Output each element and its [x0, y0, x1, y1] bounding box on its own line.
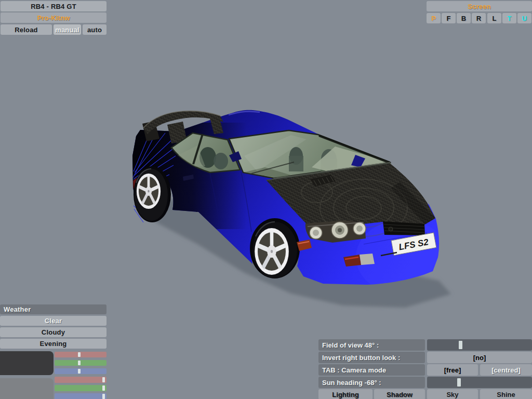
weather-option-evening[interactable]: Evening [0, 339, 107, 349]
shadow-button[interactable]: Shadow [374, 389, 425, 399]
screen-key-r[interactable]: R [472, 13, 486, 23]
skin-auto-button[interactable]: auto [83, 24, 107, 35]
invert-look-label: Invert right button look : [318, 352, 425, 363]
screen-key-b[interactable]: B [457, 13, 471, 23]
screen-key-f[interactable]: F [442, 13, 456, 23]
mixer2-red-handle[interactable] [102, 377, 105, 382]
field-of-view-slider[interactable] [427, 339, 532, 351]
sky-button[interactable]: Sky [427, 389, 478, 399]
lfs-garage-screen: LFS S2 RB4 - RB4 GT Pro-Kitnw Reload man… [0, 0, 532, 399]
lighting-button[interactable]: Lighting [318, 389, 373, 399]
camera-mode-label: TAB : Camera mode [318, 364, 425, 376]
mixer1-green-slider[interactable] [55, 360, 107, 366]
screen-key-u[interactable]: U [517, 13, 531, 23]
reload-button[interactable]: Reload [1, 24, 52, 35]
mixer1-green-handle[interactable] [78, 361, 81, 365]
screen-panel-title: Screen [427, 1, 532, 11]
mixer1-red-slider[interactable] [55, 352, 107, 357]
mixer2-blue-slider[interactable] [55, 393, 107, 399]
skin-manual-button[interactable]: manual [54, 24, 81, 35]
mixer2-green-handle[interactable] [102, 385, 105, 391]
skin-name-button[interactable]: Pro-Kitnw [1, 12, 107, 23]
screen-key-p[interactable]: P [427, 13, 441, 23]
invert-look-value-button[interactable]: [no] [427, 352, 532, 363]
mixer1-blue-handle[interactable] [78, 369, 81, 374]
weather-option-clear[interactable]: Clear [0, 316, 107, 326]
color-swatch-primary [0, 351, 54, 375]
screen-key-l[interactable]: L [487, 13, 501, 23]
car-model-title: RB4 - RB4 GT [1, 1, 107, 11]
rear-wheel [135, 169, 168, 221]
camera-mode-centred-button[interactable]: [centred] [480, 364, 532, 376]
sun-heading-handle[interactable] [457, 378, 461, 387]
color-swatch-secondary [0, 378, 54, 399]
mixer2-green-slider[interactable] [55, 385, 107, 391]
sun-heading-slider[interactable] [427, 377, 532, 388]
weather-panel-title: Weather [0, 304, 107, 314]
weather-option-cloudy[interactable]: Cloudy [0, 327, 107, 337]
sun-heading-label: Sun heading -68° : [318, 377, 425, 388]
mixer2-red-slider[interactable] [55, 377, 107, 383]
camera-mode-free-button[interactable]: [free] [427, 364, 478, 376]
shine-button[interactable]: Shine [480, 389, 532, 399]
mixer2-blue-handle[interactable] [102, 394, 105, 399]
car-rb4: LFS S2 [130, 110, 449, 295]
mixer1-red-handle[interactable] [78, 352, 81, 357]
field-of-view-label: Field of view 48° : [318, 339, 425, 351]
mixer1-blue-slider[interactable] [55, 368, 107, 374]
screen-key-t[interactable]: T [502, 13, 516, 23]
front-wheel [252, 222, 297, 278]
field-of-view-handle[interactable] [459, 341, 462, 349]
